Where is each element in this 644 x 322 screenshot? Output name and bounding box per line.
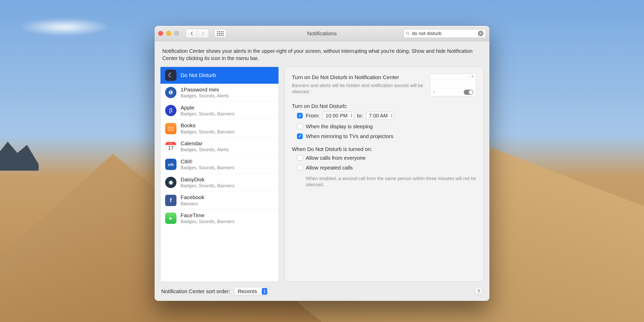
from-time-field[interactable]: 10:00 PM ▲▼: [323, 112, 354, 120]
sidebar-item-facebook[interactable]: f Facebook Banners: [160, 191, 278, 209]
window-titlebar: Notifications ✕: [155, 26, 489, 41]
sidebar-item-label: Citi®: [181, 158, 234, 165]
svg-line-1: [408, 34, 409, 35]
allow-everyone-checkbox[interactable]: [297, 155, 303, 161]
sidebar-item-label: Books: [181, 122, 234, 129]
content-panels: ☾ Do Not Disturb ① 1Password mini Badges…: [155, 67, 489, 282]
sidebar-item-sub: Badges, Sounds, Alerts: [181, 93, 229, 99]
sidebar-item-label: Calendar: [181, 140, 229, 147]
detail-heading-hint: Banners and alerts will be hidden and no…: [292, 82, 425, 95]
nav-segment: [186, 29, 209, 38]
notification-center-preview: ⌕≣ ☾: [430, 74, 476, 96]
allow-everyone-option: Allow calls from everyone: [297, 155, 476, 161]
sidebar-item-label: Facebook: [181, 194, 204, 201]
sidebar-item-label: Apple: [181, 104, 234, 111]
turn-on-section-label: Turn on Do Not Disturb:: [292, 103, 476, 109]
1password-icon: ①: [165, 87, 176, 98]
sidebar-item-sub: Badges, Sounds, Alerts: [181, 147, 229, 153]
minimize-button[interactable]: [166, 31, 171, 36]
help-button[interactable]: ?: [474, 287, 483, 295]
sort-order-label: Notification Center sort order:: [161, 288, 230, 294]
app-list[interactable]: ☾ Do Not Disturb ① 1Password mini Badges…: [160, 67, 279, 282]
sidebar-item-label: 1Password mini: [181, 86, 229, 93]
detail-heading: Turn on Do Not Disturb in Notification C…: [292, 74, 425, 81]
search-icon: [406, 31, 410, 36]
stepper-icon[interactable]: ▲▼: [389, 113, 393, 118]
desktop-background: [18, 18, 111, 36]
allow-repeated-label: Allow repeated calls: [306, 165, 353, 171]
detail-panel: Turn on Do Not Disturb in Notification C…: [284, 67, 484, 282]
show-all-button[interactable]: [214, 29, 226, 38]
sidebar-item-label: Do Not Disturb: [181, 72, 216, 79]
sort-order-select[interactable]: Recents ▲▼: [234, 287, 269, 296]
sidebar-item-1password[interactable]: ① 1Password mini Badges, Sounds, Alerts: [160, 84, 278, 102]
search-icon: ⌕: [468, 74, 469, 78]
allow-everyone-label: Allow calls from everyone: [306, 155, 366, 161]
moon-icon: ☾: [433, 90, 436, 95]
sidebar-item-sub: Badges, Sounds, Banners: [181, 111, 234, 117]
back-button[interactable]: [186, 29, 197, 38]
search-field[interactable]: ✕: [403, 29, 486, 38]
allow-repeated-checkbox[interactable]: [297, 165, 303, 171]
clear-search-button[interactable]: ✕: [478, 31, 484, 36]
window-controls: [158, 31, 179, 36]
citi-icon: citi: [165, 159, 176, 170]
apple-icon: β: [165, 105, 176, 116]
from-label: From:: [306, 113, 320, 119]
sidebar-item-label: DaisyDisk: [181, 176, 234, 183]
facetime-icon: ▸: [165, 213, 176, 224]
display-sleeping-label: When the display is sleeping: [306, 123, 373, 130]
when-on-section-label: When Do Not Disturb is turned on:: [292, 146, 476, 152]
footer-bar: Notification Center sort order: Recents …: [155, 282, 489, 301]
sidebar-item-sub: Badges, Sounds, Banners: [181, 129, 234, 135]
sidebar-item-sub: Badges, Sounds, Banners: [181, 165, 234, 171]
grid-icon: [217, 31, 224, 36]
display-sleeping-option: When the display is sleeping: [297, 123, 476, 130]
mirroring-label: When mirroring to TVs and projectors: [306, 133, 393, 139]
to-time-field[interactable]: 7:00 AM ▲▼: [366, 112, 394, 120]
sort-order-value: Recents: [238, 288, 257, 294]
sidebar-item-do-not-disturb[interactable]: ☾ Do Not Disturb: [160, 67, 278, 84]
sidebar-item-apple[interactable]: β Apple Badges, Sounds, Banners: [160, 102, 278, 120]
books-icon: ▯▯: [165, 123, 176, 134]
daisydisk-icon: ◉: [165, 177, 176, 188]
zoom-button[interactable]: [174, 31, 179, 36]
search-input[interactable]: [412, 31, 476, 36]
toggle-icon: [464, 90, 473, 95]
allow-repeated-option: Allow repeated calls: [297, 165, 476, 171]
sidebar-item-facetime[interactable]: ▸ FaceTime Badges, Sounds, Banners: [160, 209, 278, 227]
sidebar-item-sub: Badges, Sounds, Banners: [181, 219, 234, 225]
preferences-window: Notifications ✕ Notification Center show…: [155, 26, 489, 301]
mirroring-checkbox[interactable]: [297, 133, 303, 139]
sidebar-item-calendar[interactable]: JUL 17 Calendar Badges, Sounds, Alerts: [160, 138, 278, 156]
pane-description: Notification Center shows your alerts in…: [155, 41, 489, 67]
sidebar-item-daisydisk[interactable]: ◉ DaisyDisk Badges, Sounds, Banners: [160, 174, 278, 192]
close-button[interactable]: [158, 31, 163, 36]
from-checkbox[interactable]: [297, 113, 303, 118]
to-label: to:: [357, 113, 363, 119]
sidebar-item-sub: Badges, Sounds, Banners: [181, 183, 234, 189]
list-icon: ≣: [471, 74, 474, 78]
forward-button[interactable]: [197, 29, 209, 38]
stepper-icon[interactable]: ▲▼: [349, 113, 353, 118]
facebook-icon: f: [165, 195, 176, 206]
sidebar-item-label: FaceTime: [181, 212, 234, 219]
moon-icon: ☾: [165, 70, 176, 81]
chevron-updown-icon: ▲▼: [262, 288, 267, 295]
allow-repeated-hint: When enabled, a second call from the sam…: [297, 175, 476, 188]
sidebar-item-sub: Banners: [181, 201, 204, 207]
mirroring-option: When mirroring to TVs and projectors: [297, 133, 476, 139]
display-sleeping-checkbox[interactable]: [297, 124, 303, 129]
sidebar-item-books[interactable]: ▯▯ Books Badges, Sounds, Banners: [160, 120, 278, 138]
sidebar-item-citi[interactable]: citi Citi® Badges, Sounds, Banners: [160, 156, 278, 174]
calendar-icon: JUL 17: [165, 141, 176, 152]
from-time-option: From: 10:00 PM ▲▼ to: 7:00 AM ▲▼: [297, 112, 476, 120]
